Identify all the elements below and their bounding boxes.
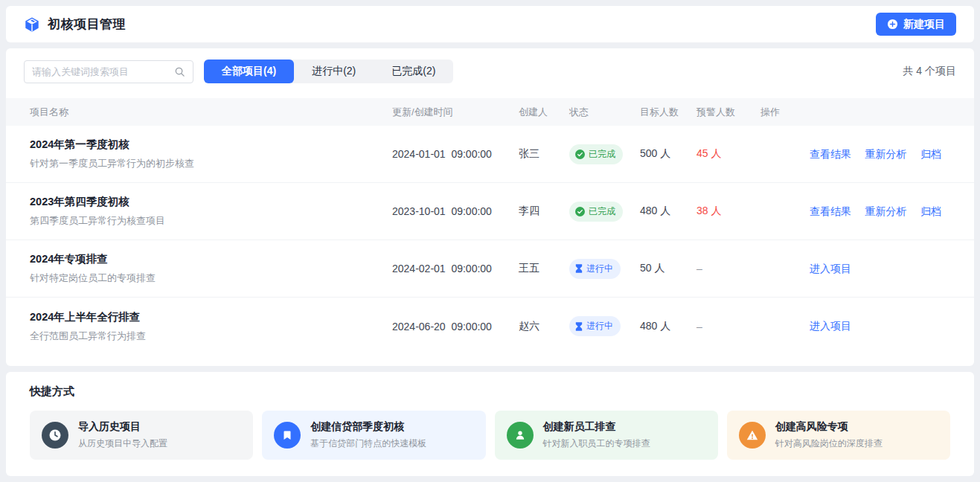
tab-all-projects[interactable]: 全部项目(4) — [204, 60, 294, 83]
new-project-label: 新建项目 — [903, 18, 945, 31]
target-count: 480 人 — [640, 205, 696, 218]
app-header: 初核项目管理 新建项目 — [6, 6, 974, 42]
project-name: 2024年专项排查 — [30, 252, 392, 266]
check-circle-icon — [575, 207, 585, 216]
projects-panel: 全部项目(4) 进行中(2) 已完成(2) 共 4 个项目 项目名称 更新/创建… — [6, 48, 974, 366]
table-header: 项目名称 更新/创建时间 创建人 状态 目标人数 预警人数 操作 — [6, 98, 974, 126]
col-warning-count: 预警人数 — [696, 106, 760, 119]
project-time: 2024-06-20 09:00:00 — [392, 321, 519, 332]
col-status: 状态 — [569, 106, 640, 119]
col-actions: 操作 — [760, 106, 950, 119]
toolbar: 全部项目(4) 进行中(2) 已完成(2) 共 4 个项目 — [6, 48, 974, 98]
check-circle-icon — [575, 150, 585, 159]
enter-project-link[interactable]: 进入项目 — [810, 320, 851, 332]
tab-ongoing[interactable]: 进行中(2) — [294, 60, 374, 83]
table-row: 2024年上半年全行排查 全行范围员工异常行为排查 2024-06-20 09:… — [6, 298, 974, 355]
total-count-text: 共 4 个项目 — [903, 65, 956, 78]
tab-completed[interactable]: 已完成(2) — [374, 60, 453, 83]
shortcut-title: 导入历史项目 — [78, 420, 167, 434]
warning-count: – — [696, 321, 760, 332]
shortcut-desc: 基于信贷部门特点的快速模板 — [310, 437, 426, 450]
project-name: 2024年第一季度初核 — [30, 138, 392, 152]
status-badge-completed: 已完成 — [569, 144, 623, 164]
project-creator: 赵六 — [519, 320, 569, 333]
project-desc: 第四季度员工异常行为核查项目 — [30, 214, 392, 228]
project-creator: 李四 — [519, 205, 569, 218]
plus-circle-icon — [887, 19, 898, 30]
warning-icon — [739, 422, 766, 449]
status-badge-completed: 已完成 — [569, 202, 623, 222]
project-time: 2024-02-01 09:00:00 — [392, 263, 519, 274]
warning-count: 45 人 — [696, 147, 760, 161]
shortcut-credit-dept-review[interactable]: 创建信贷部季度初核 基于信贷部门特点的快速模板 — [262, 411, 485, 460]
new-project-button[interactable]: 新建项目 — [876, 13, 956, 36]
user-icon — [507, 422, 534, 449]
shortcut-title: 创建高风险专项 — [775, 420, 883, 434]
archive-link[interactable]: 归档 — [920, 148, 941, 160]
hourglass-icon — [575, 322, 583, 331]
enter-project-link[interactable]: 进入项目 — [810, 263, 851, 274]
col-target-count: 目标人数 — [640, 106, 696, 119]
project-name: 2024年上半年全行排查 — [30, 310, 392, 324]
shortcut-title: 创建新员工排查 — [543, 420, 650, 434]
shortcut-import-history[interactable]: 导入历史项目 从历史项目中导入配置 — [30, 411, 253, 460]
page-title: 初核项目管理 — [48, 16, 126, 33]
target-count: 500 人 — [640, 147, 696, 161]
project-name: 2023年第四季度初核 — [30, 195, 392, 209]
hourglass-icon — [575, 264, 583, 273]
project-time: 2023-10-01 09:00:00 — [392, 205, 519, 217]
col-project-name: 项目名称 — [30, 106, 392, 119]
archive-link[interactable]: 归档 — [920, 205, 941, 217]
target-count: 480 人 — [640, 320, 696, 333]
col-creator: 创建人 — [519, 106, 569, 119]
target-count: 50 人 — [640, 262, 696, 275]
table-row: 2024年第一季度初核 针对第一季度员工异常行为的初步核查 2024-01-01… — [6, 126, 974, 183]
col-update-time: 更新/创建时间 — [392, 106, 519, 119]
warning-count: 38 人 — [696, 205, 760, 218]
cube-icon — [24, 16, 40, 33]
shortcuts-title: 快捷方式 — [30, 385, 950, 399]
clock-icon — [42, 422, 68, 449]
view-results-link[interactable]: 查看结果 — [810, 205, 851, 217]
project-desc: 针对特定岗位员工的专项排查 — [30, 271, 392, 285]
project-creator: 王五 — [519, 262, 569, 275]
warning-count: – — [696, 263, 760, 274]
shortcut-desc: 从历史项目中导入配置 — [78, 437, 167, 450]
project-desc: 针对第一季度员工异常行为的初步核查 — [30, 157, 392, 170]
shortcut-desc: 针对高风险岗位的深度排查 — [775, 437, 883, 450]
shortcuts-panel: 快捷方式 导入历史项目 从历史项目中导入配置 — [6, 372, 974, 476]
status-badge-ongoing: 进行中 — [569, 259, 621, 279]
search-icon — [174, 66, 185, 77]
table-row: 2023年第四季度初核 第四季度员工异常行为核查项目 2023-10-01 09… — [6, 183, 974, 240]
status-badge-ongoing: 进行中 — [569, 316, 621, 336]
project-filter-tabs: 全部项目(4) 进行中(2) 已完成(2) — [204, 60, 453, 83]
shortcut-high-risk-special[interactable]: 创建高风险专项 针对高风险岗位的深度排查 — [727, 411, 950, 460]
table-row: 2024年专项排查 针对特定岗位员工的专项排查 2024-02-01 09:00… — [6, 240, 974, 298]
reanalyze-link[interactable]: 重新分析 — [865, 148, 906, 160]
shortcut-title: 创建信贷部季度初核 — [310, 420, 426, 434]
view-results-link[interactable]: 查看结果 — [810, 148, 851, 160]
bookmark-icon — [274, 422, 301, 449]
project-time: 2024-01-01 09:00:00 — [392, 148, 519, 160]
shortcut-desc: 针对新入职员工的专项排查 — [543, 437, 650, 450]
page: 初核项目管理 新建项目 — [0, 0, 980, 482]
project-creator: 张三 — [519, 147, 569, 161]
search-box[interactable] — [24, 60, 193, 83]
shortcut-new-employee-check[interactable]: 创建新员工排查 针对新入职员工的专项排查 — [495, 411, 718, 460]
project-desc: 全行范围员工异常行为排查 — [30, 330, 392, 343]
search-input[interactable] — [32, 66, 174, 77]
shortcuts-grid: 导入历史项目 从历史项目中导入配置 创建信贷部季度初核 基于信贷部门特点的快速模… — [30, 411, 950, 460]
reanalyze-link[interactable]: 重新分析 — [865, 205, 906, 217]
